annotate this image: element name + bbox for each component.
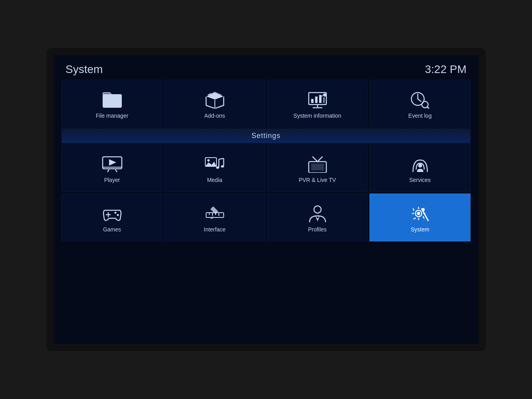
- svg-line-23: [219, 158, 224, 159]
- svg-point-33: [418, 164, 422, 168]
- event-log-label: Event log: [408, 113, 431, 119]
- services-label: Services: [409, 177, 431, 183]
- menu-item-games[interactable]: Games: [62, 194, 163, 241]
- profiles-icon: [307, 205, 328, 222]
- folder-icon: [102, 91, 123, 109]
- menu-item-add-ons[interactable]: Add-ons: [164, 80, 265, 128]
- games-label: Games: [103, 226, 121, 233]
- tv-frame: System 3:22 PM File manager: [46, 48, 486, 351]
- clock-search-icon: [410, 91, 431, 109]
- menu-item-file-manager[interactable]: File manager: [62, 80, 163, 128]
- top-row: File manager Add-ons: [62, 80, 470, 128]
- svg-rect-6: [323, 97, 325, 103]
- svg-rect-4: [315, 97, 318, 103]
- box-icon: [204, 91, 225, 109]
- svg-rect-3: [311, 99, 314, 103]
- bottom-grid: Player Media: [62, 144, 470, 241]
- header: System 3:22 PM: [62, 63, 470, 76]
- games-icon: [102, 205, 123, 222]
- media-label: Media: [207, 177, 222, 183]
- interface-label: Interface: [204, 226, 225, 233]
- menu-item-pvr[interactable]: PVR & Live TV: [267, 144, 368, 192]
- svg-line-16: [107, 170, 109, 172]
- player-label: Player: [104, 177, 120, 183]
- system-icon: [410, 205, 431, 222]
- svg-marker-18: [109, 159, 116, 166]
- svg-line-17: [115, 170, 117, 172]
- svg-point-36: [114, 212, 116, 214]
- presentation-icon: [307, 91, 328, 109]
- svg-line-11: [418, 99, 421, 101]
- svg-line-32: [318, 157, 322, 162]
- svg-marker-21: [205, 162, 216, 166]
- menu-item-profiles[interactable]: Profiles: [267, 194, 368, 241]
- svg-point-37: [117, 214, 119, 216]
- menu-item-system-info[interactable]: System information: [267, 80, 368, 128]
- svg-line-31: [313, 157, 318, 162]
- svg-rect-28: [311, 164, 324, 170]
- system-label: System: [411, 226, 429, 233]
- add-ons-label: Add-ons: [204, 113, 225, 119]
- interface-icon: [204, 205, 225, 222]
- page-title: System: [66, 63, 103, 76]
- menu-item-player[interactable]: Player: [62, 144, 163, 192]
- services-icon: [410, 155, 431, 173]
- svg-line-13: [427, 107, 429, 109]
- menu-item-media[interactable]: Media: [164, 144, 265, 192]
- clock: 3:22 PM: [425, 63, 466, 76]
- pvr-label: PVR & Live TV: [299, 177, 336, 183]
- profiles-label: Profiles: [308, 226, 327, 233]
- screen: System 3:22 PM File manager: [54, 55, 478, 344]
- svg-point-45: [314, 206, 321, 213]
- player-icon: [102, 155, 123, 173]
- menu-item-interface[interactable]: Interface: [164, 194, 265, 241]
- menu-item-system[interactable]: System: [369, 194, 470, 241]
- svg-point-20: [207, 159, 210, 162]
- media-icon: [204, 155, 225, 173]
- svg-line-51: [423, 210, 428, 221]
- settings-section-label: Settings: [62, 128, 470, 143]
- svg-point-50: [417, 212, 420, 215]
- system-info-label: System information: [294, 113, 341, 119]
- tv-antenna-icon: [307, 155, 328, 173]
- menu-item-services[interactable]: Services: [369, 144, 470, 192]
- file-manager-label: File manager: [96, 113, 129, 119]
- menu-item-event-log[interactable]: Event log: [369, 80, 470, 128]
- svg-marker-48: [317, 218, 318, 221]
